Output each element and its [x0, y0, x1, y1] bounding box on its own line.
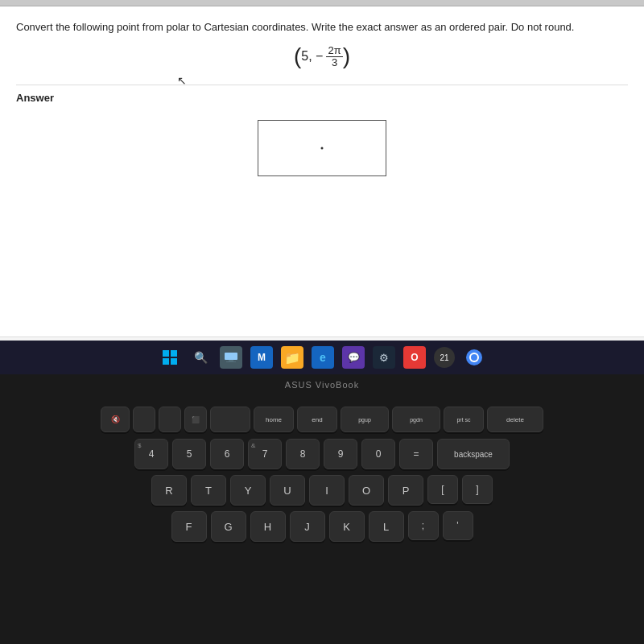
key-backspace[interactable]: backspace — [437, 439, 510, 469]
key-delete[interactable]: delete — [487, 407, 543, 432]
question-text: Convert the following point from polar t… — [16, 19, 628, 35]
key-u[interactable]: U — [270, 475, 305, 506]
answer-section: Answer — [16, 85, 628, 176]
key-g[interactable]: G — [211, 511, 246, 542]
discord-icon[interactable]: 💬 — [342, 346, 365, 369]
svg-rect-0 — [163, 350, 169, 357]
office-icon[interactable]: O — [403, 346, 426, 369]
key-o[interactable]: O — [349, 475, 384, 506]
key-mute[interactable]: 🔇 — [101, 407, 130, 432]
svg-rect-4 — [225, 353, 237, 360]
steam-icon[interactable]: ⚙ — [373, 346, 395, 369]
key-fn6[interactable]: home — [254, 407, 294, 432]
windows-icon[interactable] — [159, 346, 181, 369]
key-fn9[interactable]: pgdn — [392, 407, 440, 432]
key-f4[interactable]: ⬛ — [184, 407, 207, 432]
key-8[interactable]: 8 — [286, 439, 320, 469]
answer-input-box[interactable] — [258, 120, 386, 176]
home-key-row: F G H J K L ; ' — [16, 511, 628, 542]
key-equals[interactable]: = — [399, 439, 433, 469]
top-bar — [0, 0, 644, 6]
search-taskbar-icon[interactable]: 🔍 — [189, 346, 212, 369]
notification-icon[interactable]: 21 — [434, 347, 455, 368]
right-paren: ) — [343, 45, 350, 68]
taskbar: 🔍 M 📁 e 💬 ⚙ O 21 — [0, 341, 644, 374]
desktop-icon[interactable] — [220, 346, 242, 369]
chrome-icon[interactable] — [463, 346, 485, 369]
key-l[interactable]: L — [369, 511, 404, 542]
key-ampersand[interactable]: & 7 — [248, 439, 282, 469]
key-h[interactable]: H — [250, 511, 286, 542]
brand-text: ASUS VivoBook — [285, 380, 359, 390]
keyboard-area: 🔇 ⬛ home end pgup pgdn prt sc delete $ 4… — [0, 394, 644, 644]
key-j[interactable]: J — [290, 511, 325, 542]
fraction-numerator: 2π — [326, 45, 342, 57]
svg-rect-1 — [171, 350, 177, 357]
key-k[interactable]: K — [329, 511, 365, 542]
svg-rect-6 — [226, 361, 236, 362]
key-prtsc[interactable]: prt sc — [444, 407, 484, 432]
content-area: Convert the following point from polar t… — [0, 6, 644, 336]
key-fn7[interactable]: end — [297, 407, 337, 432]
fraction-denominator: 3 — [330, 57, 339, 68]
key-f3[interactable] — [159, 407, 181, 432]
key-t[interactable]: T — [191, 475, 226, 506]
math-expression: ( 5, − 2π 3 ) — [16, 45, 628, 69]
key-6[interactable]: 6 — [210, 439, 244, 469]
math-value: 5, − — [301, 49, 323, 64]
key-0[interactable]: 0 — [361, 439, 395, 469]
fraction: 2π 3 — [326, 45, 342, 69]
key-f[interactable]: F — [171, 511, 207, 542]
answer-dot — [321, 147, 324, 150]
qwerty-key-row: R T Y U I O P [ ] — [16, 475, 628, 506]
cursor-arrow: ↖ — [177, 74, 187, 87]
key-fn5[interactable] — [210, 407, 250, 432]
key-9[interactable]: 9 — [324, 439, 357, 469]
key-5[interactable]: 5 — [172, 439, 206, 469]
key-bracket-open[interactable]: [ — [427, 475, 458, 504]
math-inner: 5, − 2π 3 — [301, 45, 342, 69]
files-icon[interactable]: 📁 — [281, 346, 303, 369]
key-bracket-close[interactable]: ] — [462, 475, 493, 504]
key-p[interactable]: P — [388, 475, 423, 506]
laptop-screen: Convert the following point from polar t… — [0, 0, 644, 370]
answer-label: Answer — [16, 85, 628, 104]
key-fn8[interactable]: pgup — [341, 407, 389, 432]
svg-point-9 — [471, 354, 477, 361]
edge-icon[interactable]: e — [312, 346, 334, 369]
svg-rect-5 — [229, 360, 233, 361]
key-quote[interactable]: ' — [443, 511, 473, 540]
key-i[interactable]: I — [309, 475, 345, 506]
key-semicolon[interactable]: ; — [408, 511, 439, 540]
key-r[interactable]: R — [151, 475, 187, 506]
fn-key-row: 🔇 ⬛ home end pgup pgdn prt sc delete — [16, 407, 628, 432]
number-key-row: $ 4 5 6 & 7 8 9 0 = backspace — [16, 439, 628, 469]
key-dollar[interactable]: $ 4 — [134, 439, 168, 469]
key-y[interactable]: Y — [230, 475, 266, 506]
left-paren: ( — [294, 45, 301, 68]
svg-rect-2 — [163, 358, 169, 365]
meet-icon[interactable]: M — [250, 346, 273, 369]
key-f2[interactable] — [133, 407, 155, 432]
svg-rect-3 — [171, 358, 177, 365]
laptop-brand-bar: ASUS VivoBook — [0, 374, 644, 394]
